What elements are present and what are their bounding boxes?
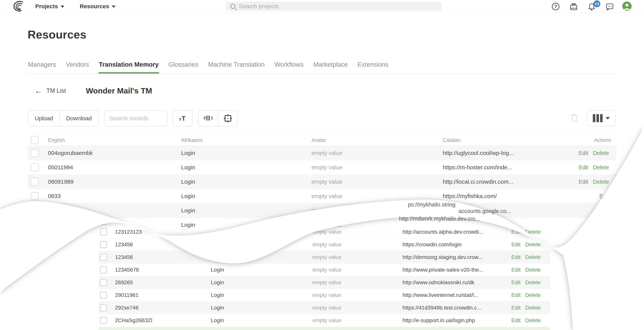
row-checkbox[interactable] [100, 254, 107, 261]
row-checkbox[interactable] [100, 279, 107, 286]
tab-machine-translation[interactable]: Machine Translation [208, 61, 265, 73]
row-checkbox[interactable] [100, 317, 107, 324]
row-actions: Edit [599, 193, 609, 199]
nav-resources-label: Resources [80, 3, 109, 9]
tm-list-back-link[interactable]: TM List [46, 87, 66, 94]
tab-workflows[interactable]: Workflows [274, 61, 304, 73]
row-checkbox[interactable] [100, 266, 107, 273]
col-catalan: Catalan [443, 137, 460, 143]
tab-glossaries[interactable]: Glossaries [168, 61, 199, 73]
delete-button[interactable]: Delete [525, 292, 541, 298]
cell: Login [211, 292, 224, 298]
row-checkbox[interactable] [31, 149, 39, 157]
delete-button[interactable]: Delete [593, 164, 609, 171]
cell: Login [181, 207, 195, 214]
row-actions: EditDelete [511, 280, 541, 286]
edit-button[interactable]: Edit [579, 150, 588, 156]
frame-target-button[interactable] [218, 111, 238, 126]
edit-button[interactable]: Edit [511, 242, 520, 248]
search-projects-input[interactable] [239, 3, 411, 9]
row-checkbox[interactable] [100, 241, 107, 248]
cell: Login [211, 317, 224, 324]
upload-button[interactable]: Upload [28, 111, 60, 126]
cell: empty value [312, 267, 341, 273]
table-row: 12345678Loginempty valuehttp://www.priva… [99, 264, 550, 276]
app-window: Projects Resources ? 13 [0, 0, 644, 330]
col-actions: Actions [594, 137, 611, 143]
help-icon[interactable]: ? [552, 2, 560, 10]
cell: 004ogorubaembk [48, 150, 93, 156]
row-checkbox[interactable] [100, 304, 107, 311]
row-checkbox[interactable] [31, 163, 39, 171]
notification-badge: 13 [594, 0, 600, 7]
barcode-filter-button[interactable] [198, 111, 218, 126]
edit-button[interactable]: Edit [511, 229, 520, 235]
delete-button[interactable]: Delete [525, 267, 541, 273]
delete-button[interactable]: Delete [593, 179, 609, 185]
delete-button[interactable]: Delete [525, 254, 541, 260]
delete-button[interactable]: Delete [525, 229, 541, 235]
edit-button[interactable]: Edit [599, 193, 609, 199]
cell: 123456 [115, 242, 133, 248]
crowdin-logo[interactable] [13, 1, 25, 12]
tab-extensions[interactable]: Extensions [357, 61, 389, 73]
tab-marketplace[interactable]: Marketplace [313, 61, 348, 73]
tab-managers[interactable]: Managers [28, 61, 56, 73]
table-row: Loginempty value [28, 203, 616, 218]
table-row: 0633Loginempty valuehttps://myfishka.com… [28, 189, 616, 203]
edit-button[interactable]: Edit [511, 280, 520, 286]
highlighted-row-strip [99, 327, 550, 330]
cell: Login [211, 242, 224, 248]
download-button[interactable]: Download [60, 111, 98, 126]
delete-button[interactable]: Delete [593, 150, 609, 156]
tm-records-table-lower: 123123123empty valuehttp://accounts.alph… [99, 226, 550, 327]
row-checkbox[interactable] [100, 218, 107, 225]
delete-button[interactable]: Delete [525, 317, 541, 324]
row-actions: EditDelete [511, 317, 541, 324]
cell: empty value [312, 305, 341, 311]
search-records-input[interactable] [104, 110, 167, 126]
cell: empty value [312, 150, 342, 156]
row-checkbox[interactable] [31, 178, 39, 186]
cell: 292se746 [115, 305, 138, 311]
tab-translation-memory[interactable]: Translation Memory [98, 61, 159, 73]
row-actions: EditDelete [579, 164, 609, 171]
cell: empty value [312, 193, 342, 199]
nav-projects-menu[interactable]: Projects [35, 0, 64, 13]
chat-icon[interactable] [606, 2, 614, 10]
text-case-button[interactable]: тT [173, 111, 192, 126]
delete-button[interactable]: Delete [525, 242, 541, 248]
row-checkbox[interactable] [100, 229, 107, 235]
cell: empty value [312, 207, 342, 214]
edit-button[interactable]: Edit [511, 292, 520, 298]
cell: http://e-support.in.ua/login.php [402, 317, 475, 324]
back-arrow-icon[interactable]: ← [34, 87, 42, 95]
table-row: 2CHaSg26B3ZlLoginempty valuehttp://e-sup… [99, 314, 550, 327]
page-title: Resources [28, 28, 86, 41]
avatar[interactable] [622, 1, 632, 11]
delete-button[interactable]: Delete [525, 280, 541, 286]
cell: 123123123 [115, 229, 142, 235]
cell: http://local.ci.crowdin.com... [443, 179, 513, 185]
cell: 269265 [115, 280, 133, 286]
row-checkbox[interactable] [100, 292, 107, 299]
delete-button[interactable]: Delete [525, 305, 541, 311]
edit-button[interactable]: Edit [511, 317, 520, 324]
url-fragment: http://mdwork.mykhailo.dev.cro... [399, 216, 480, 222]
row-checkbox[interactable] [31, 192, 39, 200]
chevron-down-icon [60, 5, 64, 8]
tab-vendors[interactable]: Vendors [66, 61, 90, 73]
tm-header: ← TM List Wonder Mail's TM [34, 85, 152, 96]
edit-button[interactable]: Edit [579, 179, 588, 185]
edit-button[interactable]: Edit [511, 305, 520, 311]
cell: empty value [312, 254, 341, 260]
select-all-checkbox[interactable] [31, 136, 39, 144]
edit-button[interactable]: Edit [511, 254, 520, 260]
edit-button[interactable]: Edit [579, 164, 588, 171]
columns-view-button[interactable] [588, 110, 615, 126]
nav-resources-menu[interactable]: Resources [80, 0, 116, 13]
gift-icon[interactable] [570, 2, 578, 10]
row-actions: EditDelete [511, 242, 541, 248]
table-row: 05011994Loginempty valuehttps://m-hoster… [28, 160, 616, 175]
edit-button[interactable]: Edit [511, 267, 520, 273]
